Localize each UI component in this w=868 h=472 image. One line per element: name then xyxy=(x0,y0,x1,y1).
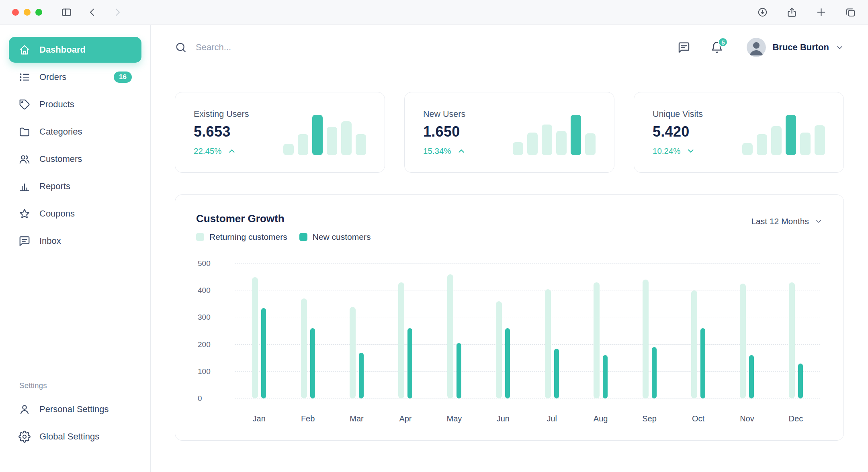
traffic-lights xyxy=(12,9,42,16)
bar-group-sep xyxy=(625,280,674,398)
sidebar-item-products[interactable]: Products xyxy=(9,92,141,117)
close-window-button[interactable] xyxy=(12,9,19,16)
bar-group-jan xyxy=(235,277,283,398)
back-icon[interactable] xyxy=(87,7,98,18)
spark-bar xyxy=(800,133,811,155)
x-axis-label: Apr xyxy=(381,414,430,424)
bar-returning-customers xyxy=(545,289,551,398)
gear-icon xyxy=(18,431,31,443)
share-icon[interactable] xyxy=(786,7,797,18)
customer-growth-card: Customer Growth Returning customersNew c… xyxy=(175,194,844,441)
y-axis-label: 100 xyxy=(198,367,211,376)
stat-card-new-users: New Users1.65015.34% xyxy=(404,92,614,173)
notification-count-badge: 5 xyxy=(718,37,728,47)
sidebar-item-label: Orders xyxy=(39,72,66,82)
spark-bar xyxy=(571,115,581,155)
notifications-button[interactable]: 5 xyxy=(710,41,723,54)
sidebar-item-inbox[interactable]: Inbox xyxy=(9,228,141,254)
sidebar-item-label: Inbox xyxy=(39,236,61,246)
bar-returning-customers xyxy=(594,282,600,398)
range-label: Last 12 Months xyxy=(751,217,809,226)
dashboard-page: Existing Users5.65322.45%New Users1.6501… xyxy=(151,70,868,472)
sidebar-item-categories[interactable]: Categories xyxy=(9,119,141,145)
bar-chart-icon xyxy=(18,180,31,192)
sidebar-item-label: Dashboard xyxy=(39,45,86,55)
stat-title: New Users xyxy=(423,109,466,119)
spark-bar xyxy=(513,142,523,155)
topbar: 5 Bruce Burton xyxy=(151,25,868,70)
sidebar-item-orders[interactable]: Orders16 xyxy=(9,64,141,90)
x-axis-label: Jun xyxy=(479,414,527,424)
downloads-icon[interactable] xyxy=(757,7,768,18)
bar-group-mar xyxy=(332,307,381,398)
home-icon xyxy=(18,44,31,56)
bar-group-dec xyxy=(772,282,820,398)
x-axis-label: Jul xyxy=(528,414,576,424)
stat-change: 15.34% xyxy=(423,146,466,156)
bar-group-may xyxy=(430,274,479,398)
stat-value: 5.653 xyxy=(194,123,249,140)
window-titlebar xyxy=(0,0,868,25)
sidebar-item-personal-settings[interactable]: Personal Settings xyxy=(9,396,141,422)
sidebar-item-global-settings[interactable]: Global Settings xyxy=(9,424,141,450)
bar-new-customers xyxy=(359,353,364,398)
x-axis: JanFebMarAprMayJunJulAugSepOctNovDec xyxy=(235,406,820,424)
stat-value: 5.420 xyxy=(653,123,703,140)
titlebar-right-group xyxy=(757,7,856,18)
spark-bar xyxy=(585,133,596,155)
bar-returning-customers xyxy=(252,277,258,398)
growth-card-header: Customer Growth Returning customersNew c… xyxy=(196,213,823,242)
zoom-window-button[interactable] xyxy=(35,9,42,16)
titlebar-left-group xyxy=(12,7,123,18)
forward-icon[interactable] xyxy=(112,7,123,18)
stat-value: 1.650 xyxy=(423,123,466,140)
new-tab-icon[interactable] xyxy=(816,7,827,18)
spark-bar xyxy=(327,127,337,155)
x-axis-label: Aug xyxy=(576,414,625,424)
chevron-down-icon xyxy=(815,217,823,225)
bar-series xyxy=(235,260,820,398)
app-shell: DashboardOrders16ProductsCategoriesCusto… xyxy=(0,25,868,472)
sidebar-item-customers[interactable]: Customers xyxy=(9,146,141,172)
user-name: Bruce Burton xyxy=(772,42,829,53)
spark-bar xyxy=(312,115,323,155)
sidebar-toggle-icon[interactable] xyxy=(61,7,72,18)
tab-overview-icon[interactable] xyxy=(845,7,856,18)
sidebar-item-dashboard[interactable]: Dashboard xyxy=(9,37,141,63)
avatar xyxy=(747,38,766,57)
sidebar-item-reports[interactable]: Reports xyxy=(9,174,141,199)
stat-change-text: 15.34% xyxy=(423,146,451,156)
bar-returning-customers xyxy=(301,298,307,398)
stat-card-text: Existing Users5.65322.45% xyxy=(194,109,249,156)
y-axis-label: 0 xyxy=(198,394,202,403)
range-selector[interactable]: Last 12 Months xyxy=(751,213,823,226)
sidebar-item-label: Global Settings xyxy=(39,431,99,442)
spark-bar xyxy=(283,144,294,155)
folder-icon xyxy=(18,126,31,138)
list-icon xyxy=(18,71,31,83)
messages-icon[interactable] xyxy=(678,41,690,54)
bar-new-customers xyxy=(407,328,412,398)
y-axis-label: 400 xyxy=(198,286,211,295)
spark-bar xyxy=(298,134,308,155)
minimize-window-button[interactable] xyxy=(24,9,31,16)
sidebar-item-label: Reports xyxy=(39,181,70,192)
y-axis-label: 300 xyxy=(198,313,211,322)
sparkline xyxy=(742,113,825,155)
growth-title-block: Customer Growth Returning customersNew c… xyxy=(196,213,371,242)
trend-up-icon xyxy=(457,147,466,155)
bar-returning-customers xyxy=(398,282,404,398)
spark-bar xyxy=(786,115,796,155)
y-axis: 0100200300400500 xyxy=(196,260,228,398)
x-axis-label: Mar xyxy=(332,414,381,424)
user-menu[interactable]: Bruce Burton xyxy=(747,38,844,57)
x-axis-label: Oct xyxy=(674,414,723,424)
tag-icon xyxy=(18,98,31,110)
sidebar-settings-nav: Personal SettingsGlobal Settings xyxy=(9,396,141,450)
sparkline xyxy=(283,113,366,155)
plot-area xyxy=(235,260,820,398)
search-input[interactable] xyxy=(196,42,669,53)
spark-bar xyxy=(556,131,567,155)
sidebar-item-coupons[interactable]: Coupons xyxy=(9,201,141,227)
sidebar-item-label: Products xyxy=(39,99,74,110)
